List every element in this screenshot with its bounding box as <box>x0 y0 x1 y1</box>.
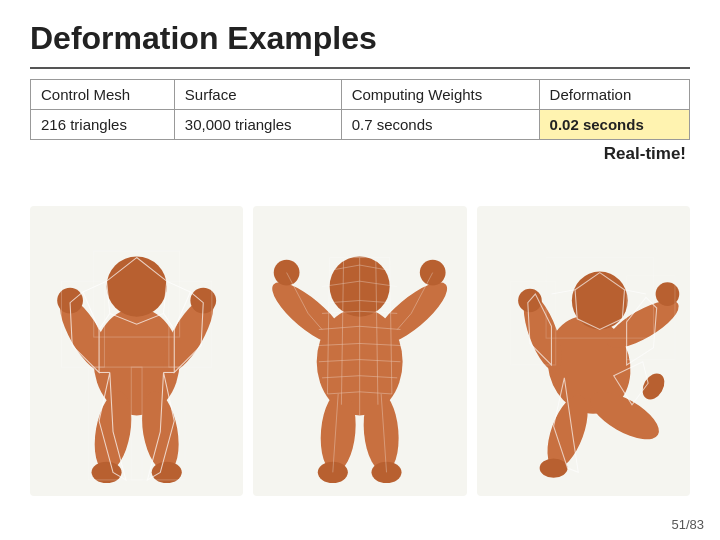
figures-row <box>30 172 690 530</box>
header-deformation: Deformation <box>539 80 689 110</box>
svg-line-16 <box>167 281 191 292</box>
svg-line-15 <box>83 281 107 292</box>
title-divider <box>30 67 690 69</box>
info-table: Control Mesh Surface Computing Weights D… <box>30 79 690 140</box>
value-control-mesh: 216 triangles <box>31 110 175 140</box>
svg-point-68 <box>572 272 628 330</box>
svg-line-86 <box>624 290 645 294</box>
svg-point-76 <box>638 370 669 404</box>
svg-point-32 <box>274 260 300 286</box>
header-computing-weights: Computing Weights <box>341 80 539 110</box>
svg-line-85 <box>551 290 575 294</box>
slide: Deformation Examples Control Mesh Surfac… <box>0 0 720 540</box>
figure-deformation <box>477 206 690 496</box>
header-control-mesh: Control Mesh <box>31 80 175 110</box>
header-surface: Surface <box>174 80 341 110</box>
value-deformation: 0.02 seconds <box>539 110 689 140</box>
svg-point-75 <box>539 458 567 477</box>
figure-control-mesh <box>30 206 243 496</box>
slide-title: Deformation Examples <box>30 20 690 57</box>
value-computing-weights: 0.7 seconds <box>341 110 539 140</box>
page-number: 51/83 <box>671 517 704 532</box>
svg-point-1 <box>107 256 167 316</box>
figure-surface <box>253 206 466 496</box>
svg-point-74 <box>655 282 679 306</box>
real-time-label: Real-time! <box>30 144 690 164</box>
value-surface: 30,000 triangles <box>174 110 341 140</box>
